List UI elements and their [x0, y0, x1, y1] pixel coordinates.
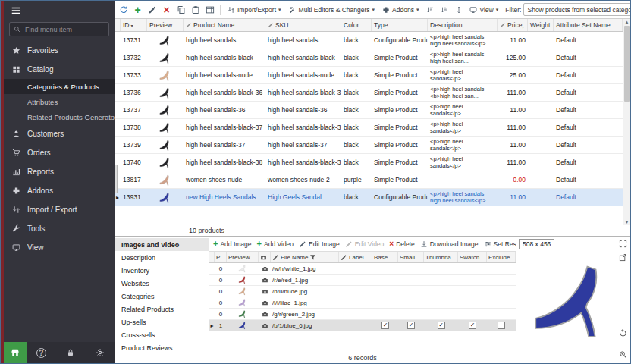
scroll-down-icon[interactable]: ▼: [625, 219, 629, 225]
zoom-icon[interactable]: [619, 350, 627, 359]
sidebar-item-tools[interactable]: Tools: [4, 219, 115, 238]
exclude-checkbox[interactable]: [498, 322, 505, 329]
store-icon[interactable]: [4, 342, 27, 363]
tab-up-sells[interactable]: Up-sells: [115, 315, 209, 328]
image-row[interactable]: 0/n/u/nude.jpg: [209, 286, 516, 297]
sidebar-item-favorites[interactable]: Favorites: [4, 41, 115, 60]
product-row[interactable]: 13736high heel sandals-black-36high heel…: [115, 84, 623, 102]
tab-description[interactable]: Description: [115, 251, 209, 264]
thumbnail-checkbox[interactable]: ✓: [438, 322, 445, 329]
hamburger-menu-icon[interactable]: [11, 5, 21, 16]
product-row[interactable]: 13737high heel sandals-36high heel sanda…: [115, 102, 623, 119]
product-row[interactable]: ▸13931new High Heels SandalsHigh Geels S…: [115, 189, 623, 206]
category-filter-select[interactable]: Show products from selected categories ▾: [523, 3, 630, 16]
column-header-small[interactable]: Small: [398, 252, 424, 262]
delete-button[interactable]: ×: [160, 3, 173, 16]
menu-multi-editors-changers[interactable]: Multi Editors & Changers▾: [286, 3, 378, 17]
sort-desc-button[interactable]: [438, 3, 450, 16]
tab-images-and-video[interactable]: Images and Video: [115, 238, 209, 251]
product-row[interactable]: 13740high heel sandals-black-38high heel…: [115, 154, 623, 171]
column-header-label[interactable]: Label: [339, 252, 372, 262]
small-checkbox[interactable]: ✓: [407, 322, 415, 329]
edit-video-button[interactable]: Edit Video: [345, 240, 385, 248]
column-header-description[interactable]: Description: [428, 19, 498, 31]
add-button[interactable]: +: [131, 3, 144, 16]
column-header-file-name[interactable]: File Name: [271, 252, 339, 262]
menu-search-box[interactable]: [9, 22, 109, 36]
sidebar-item-orders[interactable]: Orders: [4, 143, 115, 162]
sidebar-subitem-attributes[interactable]: Attributes: [4, 94, 115, 109]
column-header-sku[interactable]: SKU: [265, 19, 341, 31]
sidebar-item-reports[interactable]: Reports: [4, 162, 115, 181]
scrollbar-thumb[interactable]: [624, 26, 630, 102]
swatch-checkbox[interactable]: ✓: [469, 322, 476, 329]
product-row[interactable]: 13732high heel sandals-blackhigh heel sa…: [115, 49, 623, 67]
gear-icon[interactable]: [85, 342, 115, 363]
column-header-color[interactable]: Color: [341, 19, 372, 31]
menu-search-input[interactable]: [24, 25, 105, 34]
edit-image-button[interactable]: Edit Image: [299, 240, 340, 248]
vertical-scrollbar[interactable]: ▲ ▼: [623, 19, 630, 225]
tab-related-products[interactable]: Related Products: [115, 303, 209, 315]
sidebar-item-catalog[interactable]: Catalog: [4, 60, 115, 79]
image-row[interactable]: 0/l/i/lilac_1.jpg: [209, 297, 516, 309]
sidebar-subitem-related-products-generator[interactable]: Related Products Generator: [4, 109, 115, 124]
column-header-swatch[interactable]: Swatch: [458, 252, 487, 262]
download-image-button[interactable]: Download Image: [420, 240, 479, 248]
menu-import-export[interactable]: Import/Export▾: [224, 3, 284, 17]
scroll-up-icon[interactable]: ▲: [625, 19, 629, 25]
menu-view[interactable]: View▾: [466, 3, 501, 17]
sort-asc-button[interactable]: [423, 3, 436, 16]
fullscreen-icon[interactable]: [619, 240, 627, 248]
column-header-id[interactable]: ID▾: [121, 19, 147, 31]
menu-addons[interactable]: Addons▾: [379, 3, 422, 17]
product-row[interactable]: 13817women shoes-nudewomen shoes-nude-2p…: [115, 171, 623, 189]
open-external-icon[interactable]: [619, 253, 627, 262]
add-video-button[interactable]: +Add Video: [257, 240, 294, 248]
tab-inventory[interactable]: Inventory: [115, 264, 209, 277]
image-row[interactable]: ▸1/b/1/blue_6.jpg✓✓✓✓: [209, 320, 516, 331]
sidebar-item-import-export[interactable]: Import / Export: [4, 200, 115, 219]
product-row[interactable]: 13739high heel sandals-37high heel sanda…: [115, 136, 623, 154]
column-header-type[interactable]: Type: [372, 19, 428, 31]
column-header-p[interactable]: P...▴: [215, 252, 227, 262]
product-row[interactable]: 13733high heel sandals-nudehigh heel san…: [115, 67, 623, 84]
image-row[interactable]: 0/r/e/red_1.jpg: [209, 275, 516, 286]
tab-cross-sells[interactable]: Cross-sells: [115, 328, 209, 341]
tab-product-reviews[interactable]: Product Reviews: [115, 341, 209, 354]
delete-button[interactable]: ×Delete: [389, 240, 414, 248]
column-header-exclude[interactable]: Exclude: [487, 252, 516, 262]
set-resize-rule-button[interactable]: Set Resize Rule: [484, 240, 516, 248]
column-header-thumbna[interactable]: Thumbna...: [424, 252, 458, 262]
edit-button[interactable]: [146, 3, 159, 16]
column-header-base[interactable]: Base: [372, 252, 398, 262]
splitter-handle[interactable]: [115, 165, 118, 193]
tab-websites[interactable]: Websites: [115, 277, 209, 290]
base-checkbox[interactable]: ✓: [381, 322, 389, 329]
column-header-price[interactable]: Price,: [498, 19, 528, 31]
image-row[interactable]: 0/g/r/green_2.jpg: [209, 309, 516, 320]
rotate-icon[interactable]: [619, 329, 627, 337]
sidebar-subitem-categories-products[interactable]: Categories & Products: [4, 79, 115, 94]
column-header-preview[interactable]: Preview: [227, 252, 259, 262]
column-header-preview[interactable]: Preview: [147, 19, 184, 31]
row-height-button[interactable]: [452, 3, 465, 16]
tab-categories[interactable]: Categories: [115, 290, 209, 303]
product-row[interactable]: 13731high heel sandalshigh heel sandalsb…: [115, 32, 623, 49]
sidebar-item-customers[interactable]: Customers: [4, 124, 115, 143]
add-image-button[interactable]: +Add Image: [213, 240, 252, 248]
product-row[interactable]: 13738high heel sandals-black-37high heel…: [115, 119, 623, 136]
lock-icon[interactable]: [56, 342, 86, 363]
image-row[interactable]: 0/w/h/white_1.jpg: [209, 263, 516, 275]
column-header-camera[interactable]: [259, 252, 271, 262]
help-icon[interactable]: ?: [27, 342, 56, 363]
sidebar-item-addons[interactable]: Addons: [4, 181, 115, 200]
column-header-weight[interactable]: Weight: [528, 19, 554, 31]
column-header-product-name[interactable]: Product Name: [184, 19, 265, 31]
sidebar-item-view[interactable]: View: [4, 238, 115, 257]
columns-button[interactable]: [203, 3, 216, 16]
refresh-button[interactable]: [117, 3, 130, 16]
column-header-attribute-set-name[interactable]: Attribute Set Name: [554, 19, 623, 31]
paste-button[interactable]: [189, 3, 202, 16]
copy-button[interactable]: [174, 3, 187, 16]
